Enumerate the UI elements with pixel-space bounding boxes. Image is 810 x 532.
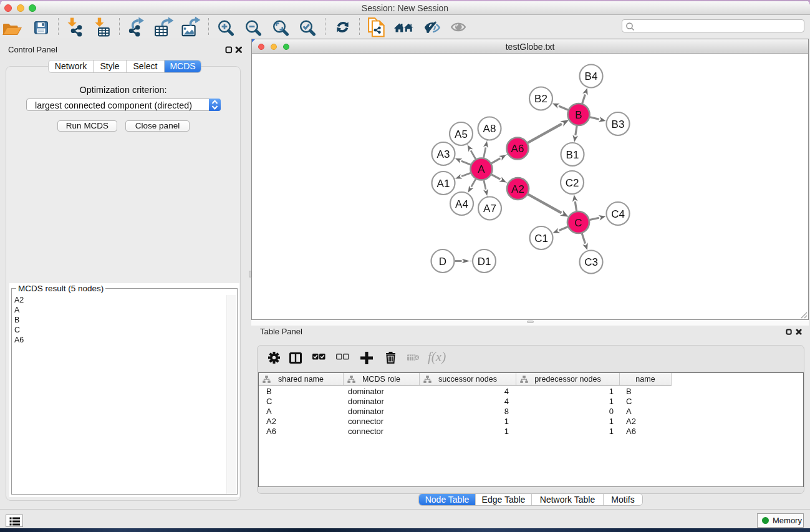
- svg-text:C3: C3: [584, 256, 598, 268]
- svg-text:A1: A1: [437, 178, 450, 190]
- svg-text:A2: A2: [511, 183, 524, 195]
- svg-text:D1: D1: [478, 256, 491, 268]
- svg-text:A4: A4: [455, 198, 468, 210]
- svg-text:D: D: [439, 256, 446, 268]
- svg-text:A6: A6: [511, 143, 524, 155]
- svg-text:C2: C2: [566, 177, 579, 189]
- svg-text:B2: B2: [534, 93, 547, 105]
- svg-text:A5: A5: [455, 128, 468, 140]
- svg-text:A8: A8: [483, 123, 496, 135]
- svg-text:A: A: [478, 163, 485, 175]
- svg-text:B: B: [575, 109, 582, 121]
- svg-text:C1: C1: [534, 233, 548, 244]
- svg-text:B1: B1: [566, 149, 579, 161]
- svg-text:A3: A3: [437, 148, 450, 160]
- svg-text:B4: B4: [585, 70, 598, 82]
- svg-text:C4: C4: [611, 208, 625, 220]
- svg-text:A7: A7: [483, 203, 496, 215]
- svg-text:B3: B3: [612, 118, 625, 130]
- svg-text:C: C: [574, 217, 582, 229]
